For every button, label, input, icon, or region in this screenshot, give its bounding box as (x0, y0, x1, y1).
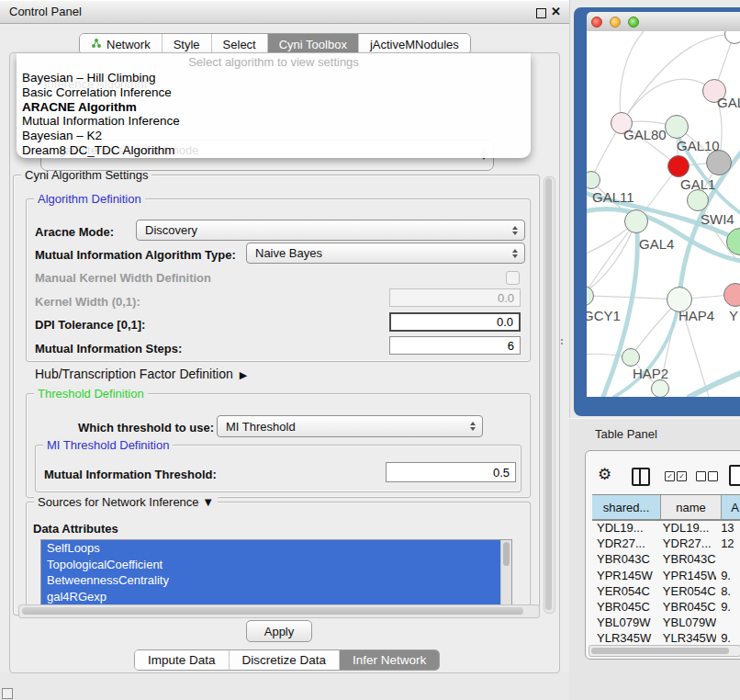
mutual-information-threshold-field[interactable]: 0.5 (386, 462, 516, 482)
aracne-mode-value: Discovery (145, 223, 197, 237)
table-cell: 13 (716, 520, 740, 536)
table-row[interactable]: YBR043CYBR043C (592, 551, 740, 567)
expand-arrow-icon[interactable]: ▼ (202, 495, 214, 509)
close-window-icon[interactable]: ✕ (551, 5, 561, 18)
zoom-traffic-light-icon[interactable] (628, 17, 639, 28)
algorithm-dropdown-prompt: Select algorithm to view settings (17, 55, 531, 69)
node-label-gal80: GAL80 (623, 127, 667, 142)
sources-legend: Sources for Network Inference ▼ (34, 495, 218, 509)
table-row[interactable]: YDR27...YDR27...12 (592, 536, 740, 551)
table-row[interactable]: YBL079WYBL079W (592, 615, 740, 630)
table-cell: YLR345W (658, 630, 716, 645)
node-label-gal1: GAL1 (680, 176, 715, 192)
checked-checkbox-icon[interactable]: ✓ (677, 471, 687, 481)
algorithm-option-basic-correlation-inference[interactable]: Basic Correlation Inference (22, 85, 525, 100)
attributes-scrollbar-thumb[interactable] (503, 542, 510, 566)
node-label-gal11: GAL11 (592, 189, 634, 205)
split-pane-grip[interactable] (560, 338, 565, 346)
table-row[interactable]: YLR345WYLR345W9. (592, 630, 740, 645)
node-hap2[interactable] (622, 348, 640, 367)
tab-impute-data[interactable]: Impute Data (135, 650, 229, 670)
horizontal-scrollbar-thumb[interactable] (22, 607, 523, 615)
apply-button[interactable]: Apply (246, 620, 312, 642)
algorithm-option-bayesian-hill-climbing[interactable]: Bayesian – Hill Climbing (22, 71, 525, 85)
table-row[interactable]: YBR045CYBR045C9. (592, 599, 740, 615)
control-panel-titlebar[interactable]: Control Panel ✕ (0, 0, 569, 24)
settings-scrollbar-thumb[interactable] (545, 178, 552, 610)
tab-cyni-toolbox[interactable]: Cyni Toolbox (267, 34, 358, 54)
data-attributes-list[interactable]: SelfLoopsTopologicalCoefficientBetweenne… (40, 539, 512, 605)
table-cell: YBR043C (592, 551, 658, 567)
table-row[interactable]: YPR145WYPR145W9. (592, 568, 740, 583)
hub-transcription-factor-label: Hub/Transcription Factor Definition (35, 367, 233, 381)
table-cell: YDL19... (592, 520, 658, 536)
mi-algorithm-type-combobox[interactable]: Naive Bayes (246, 243, 525, 264)
column-header-name[interactable]: name (661, 495, 722, 519)
network-canvas[interactable]: GALGAL80GAL10GAL1GAL11SWI4GAL4GCY1HAP4YH… (587, 31, 740, 397)
attribute-item-gal4rgexp[interactable]: gal4RGexp (41, 589, 501, 605)
table-cell (716, 551, 740, 567)
dpi-tolerance-label: DPI Tolerance [0,1]: (35, 318, 145, 332)
which-threshold-combobox[interactable]: MI Threshold (217, 415, 483, 437)
settings-horizontal-scrollbar[interactable] (18, 604, 540, 618)
aracne-mode-combobox[interactable]: Discovery (136, 220, 525, 241)
mi-steps-field[interactable]: 6 (389, 336, 521, 355)
table-row[interactable]: YDL19...YDL19...13 (592, 520, 740, 536)
table-scrollbar-thumb[interactable] (591, 648, 729, 654)
table-cell: YPR145W (658, 568, 716, 583)
data-attributes-label: Data Attributes (33, 522, 118, 536)
dpi-tolerance-field[interactable]: 0.0 (389, 312, 521, 332)
algorithm-option-bayesian-k2[interactable]: Bayesian – K2 (22, 129, 525, 143)
tab-infer-network[interactable]: Infer Network (339, 650, 439, 670)
column-header-a[interactable]: A (722, 495, 740, 519)
tab-jactivemnodules[interactable]: jActiveMNodules (358, 34, 470, 54)
node-gray[interactable] (706, 150, 732, 175)
table-cell: YDR27... (592, 536, 658, 551)
manual-kernel-width-checkbox[interactable] (506, 271, 520, 285)
algorithm-option-aracne-algorithm[interactable]: ARACNE Algorithm (22, 100, 525, 115)
node-gal1-red[interactable] (667, 155, 690, 177)
settings-vertical-scrollbar[interactable] (544, 176, 555, 614)
attribute-item-selfloops[interactable]: SelfLoops (41, 540, 501, 557)
tab-label: Style (174, 38, 200, 51)
mi-steps-value: 6 (508, 339, 514, 353)
attribute-item-betweennesscentrality[interactable]: BetweennessCentrality (41, 572, 501, 589)
algorithm-options: Bayesian – Hill ClimbingBasic Correlatio… (22, 71, 525, 158)
network-window-titlebar[interactable] (587, 12, 740, 32)
node-label-swi4: SWI4 (701, 211, 734, 227)
algorithm-option-mutual-information-inference[interactable]: Mutual Information Inference (22, 114, 525, 129)
minimize-traffic-light-icon[interactable] (610, 17, 621, 28)
node-bottom-green[interactable] (651, 379, 669, 397)
table-row[interactable]: YER054CYER054C8. (592, 583, 740, 599)
unchecked-checkbox-icon[interactable] (708, 471, 718, 481)
collapsed-panel-icon[interactable] (2, 688, 13, 699)
collapse-arrow-icon[interactable]: ▶ (240, 369, 247, 380)
attributes-list-scrollbar[interactable] (500, 540, 511, 604)
column-layout-icon[interactable] (632, 468, 650, 486)
node-label-hap4: HAP4 (678, 308, 714, 323)
table-horizontal-scrollbar[interactable] (589, 645, 740, 657)
node-gal10[interactable] (665, 115, 689, 139)
checked-checkbox-icon[interactable]: ✓ (665, 471, 675, 481)
node-swi4[interactable] (687, 189, 709, 211)
kernel-width-label: Kernel Width (0,1): (35, 295, 140, 309)
hub-transcription-factor-section[interactable]: Hub/Transcription Factor Definition▶ (35, 367, 247, 381)
table-cell: YER054C (592, 583, 658, 599)
mi-threshold-definition-legend: MI Threshold Definition (43, 438, 173, 452)
tab-discretize-data[interactable]: Discretize Data (229, 650, 340, 670)
document-icon[interactable] (729, 465, 740, 486)
unchecked-checkbox-icon[interactable] (696, 471, 706, 481)
tab-select[interactable]: Select (211, 34, 267, 54)
node-gal4[interactable] (624, 209, 648, 233)
table-cell: YBR045C (592, 599, 658, 615)
table-header-row: shared...nameA (592, 494, 740, 521)
gear-icon[interactable]: ⚙ (598, 465, 611, 484)
column-header-shared[interactable]: shared... (592, 495, 661, 519)
attribute-item-topologicalcoefficient[interactable]: TopologicalCoefficient (41, 557, 501, 573)
tab-style[interactable]: Style (162, 34, 211, 54)
tab-network[interactable]: Network (80, 34, 162, 54)
close-traffic-light-icon[interactable] (591, 17, 602, 28)
algorithm-option-dream8-dc-tdc-algorithm[interactable]: Dream8 DC_TDC Algorithm (22, 143, 525, 158)
kernel-width-field[interactable]: 0.0 (389, 288, 521, 307)
float-window-icon[interactable] (536, 8, 546, 18)
